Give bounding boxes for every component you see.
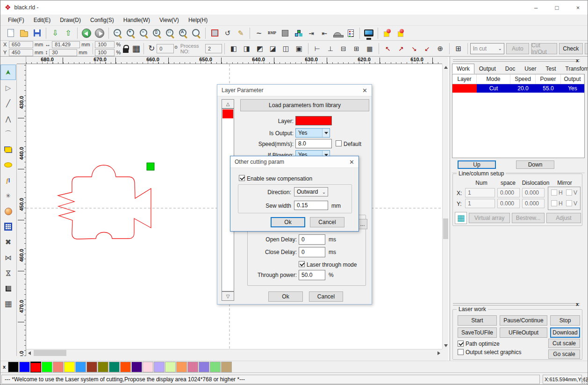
save-to-ufile-button[interactable]: SaveToUFile	[458, 327, 497, 338]
start-button[interactable]: Start	[458, 315, 497, 326]
fill-square-button[interactable]	[279, 27, 292, 40]
curve-button[interactable]: ~	[252, 27, 265, 40]
palette-color-3[interactable]	[42, 362, 52, 372]
tool-ellipse[interactable]	[0, 157, 16, 173]
green-marker[interactable]	[147, 163, 154, 170]
layer-ok-button[interactable]: Ok	[268, 291, 303, 302]
pause-continue-button[interactable]: Pause/Continue	[500, 315, 547, 326]
height-field[interactable]: 30	[49, 49, 77, 56]
zoom-grid-button[interactable]: ∷	[164, 27, 177, 40]
scroll-right-icon[interactable]	[437, 351, 440, 355]
pick-rect-button[interactable]	[208, 27, 221, 40]
output-select-checkbox[interactable]	[458, 349, 464, 355]
tool-select[interactable]: ➤	[0, 65, 16, 80]
sew-width-field[interactable]: 0.15	[294, 201, 328, 210]
new-file-button[interactable]	[4, 27, 17, 40]
rotate-node-button[interactable]: ↺	[221, 27, 234, 40]
palette-color-1[interactable]	[19, 362, 30, 372]
anchor-top-left-button[interactable]: ↖	[381, 42, 394, 55]
display-settings-button[interactable]	[362, 27, 375, 40]
palette-color-2[interactable]	[30, 362, 41, 372]
tool-grid-array[interactable]	[0, 219, 16, 234]
zoom-window-button[interactable]	[190, 27, 203, 40]
anchor-center-button[interactable]: ⊕	[434, 42, 447, 55]
more-toolbar-button[interactable]	[585, 43, 588, 54]
node-tree-button[interactable]	[292, 27, 305, 40]
grid-reference-icon[interactable]: ▦	[131, 42, 141, 55]
scroll-up-icon[interactable]	[444, 66, 448, 69]
tool-offset[interactable]	[0, 281, 16, 296]
go-scale-button[interactable]: Go scale	[548, 349, 580, 359]
menu-item-drawd[interactable]: Draw(D)	[55, 15, 86, 25]
check-button[interactable]: Check	[559, 43, 583, 54]
panel-close-icon[interactable]: x	[576, 58, 579, 63]
y-space-field[interactable]: 0.000	[497, 199, 520, 208]
mark-point-1-button[interactable]	[380, 27, 394, 40]
palette-color-5[interactable]	[64, 362, 75, 372]
virtual-array-button[interactable]: Virtual array	[469, 213, 510, 223]
save-file-button[interactable]	[30, 27, 43, 40]
y-num-field[interactable]: 1	[465, 199, 495, 208]
array-direction-button[interactable]: ▦	[455, 212, 467, 224]
layer-down-button[interactable]: Down	[516, 160, 554, 169]
y-dislocation-field[interactable]: 0.000	[522, 199, 545, 208]
mark-point-2-button[interactable]	[394, 27, 407, 40]
palette-color-15[interactable]	[176, 362, 187, 372]
mirror-xv-checkbox[interactable]	[566, 189, 572, 196]
process-no-field[interactable]: 2	[205, 44, 222, 53]
anchor-bottom-right-button[interactable]: ↘	[408, 42, 421, 55]
tool-rectangle[interactable]	[0, 142, 16, 157]
x-position-field[interactable]: 650	[9, 41, 33, 48]
y-position-field[interactable]: 450	[9, 49, 33, 56]
x-dislocation-field[interactable]: 0.000	[522, 188, 545, 197]
cutting-dialog-titlebar[interactable]: Other cutting param ✕	[230, 156, 359, 168]
cutting-dialog-close-icon[interactable]: ✕	[349, 159, 354, 166]
open-file-button[interactable]	[17, 27, 30, 40]
menu-item-edite[interactable]: Edit(E)	[29, 15, 56, 25]
palette-color-11[interactable]	[131, 362, 142, 372]
scroll-left-icon[interactable]	[28, 351, 31, 355]
path-optimize-checkbox[interactable]	[458, 341, 464, 347]
space-across-button[interactable]: ⊢	[311, 42, 324, 55]
layer-cancel-button[interactable]: Cancel	[309, 291, 343, 302]
x-num-field[interactable]: 1	[465, 188, 495, 197]
undo-button[interactable]	[80, 27, 93, 40]
panel-gripper[interactable]: x	[453, 59, 580, 62]
menu-item-handlew[interactable]: Handle(W)	[119, 15, 155, 25]
layer-dialog-titlebar[interactable]: Layer Parameter ✕	[217, 85, 372, 96]
ufile-output-button[interactable]: UFileOutput	[500, 327, 547, 338]
layer-list-up-button[interactable]: △	[222, 99, 234, 109]
scale-x-field[interactable]: 100	[95, 41, 115, 48]
print-stamp-button[interactable]	[331, 27, 344, 40]
align-top-button[interactable]: ◩	[253, 42, 266, 55]
align-left-button[interactable]: ◧	[227, 42, 240, 55]
resize-grip[interactable]	[582, 379, 588, 385]
zoom-in-button[interactable]: +	[124, 27, 137, 40]
through-power-field[interactable]: 50.0	[299, 270, 325, 280]
close-delay-field[interactable]: 0	[299, 247, 325, 257]
bmp-button[interactable]: BMP	[265, 27, 279, 40]
tool-capture[interactable]	[0, 203, 16, 219]
width-field[interactable]: 81.429	[52, 41, 80, 48]
import-button[interactable]: ⇩	[49, 27, 62, 40]
menu-item-filef[interactable]: File(F)	[3, 15, 29, 25]
palette-color-18[interactable]	[210, 362, 221, 372]
tab-user[interactable]: User	[520, 64, 541, 74]
cut-scale-button[interactable]: Cut scale	[548, 339, 580, 348]
zoom-page-button[interactable]: ▯	[151, 27, 164, 40]
layer-color-button[interactable]	[295, 116, 332, 125]
vertical-scrollbar[interactable]	[442, 64, 448, 349]
tool-bezier[interactable]: ⌒	[0, 126, 16, 142]
palette-color-6[interactable]	[75, 362, 86, 372]
speed-field[interactable]: 8.0	[295, 139, 332, 148]
table-row[interactable]: Cut20.055.0Yes	[452, 84, 584, 93]
same-height-button[interactable]: ⊞	[350, 42, 363, 55]
scale-y-field[interactable]: 100	[95, 49, 115, 56]
load-parameters-button[interactable]: Load parameters from library	[240, 99, 369, 111]
anchor-bottom-left-button[interactable]: ↙	[421, 42, 434, 55]
puzzle-shape[interactable]	[58, 165, 151, 239]
stop-button[interactable]: Stop	[550, 315, 580, 326]
auto-button[interactable]: Auto	[506, 43, 529, 54]
palette-color-10[interactable]	[120, 362, 131, 372]
bestrew-button[interactable]: Bestrew...	[512, 213, 545, 223]
